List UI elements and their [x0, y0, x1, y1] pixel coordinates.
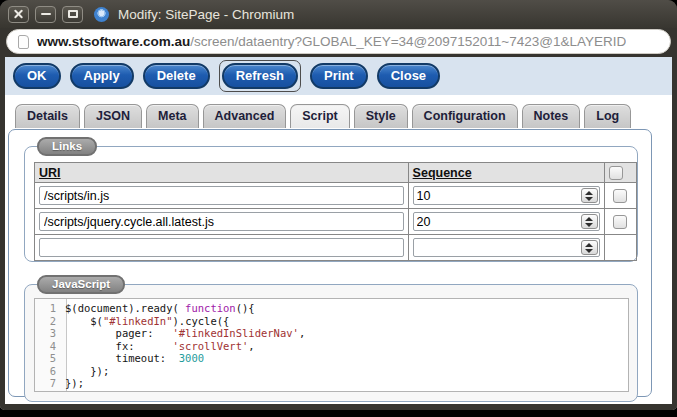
- javascript-section: JavaScript 1$(document).ready( function(…: [24, 284, 638, 402]
- row-checkbox[interactable]: [613, 215, 627, 229]
- uri-input[interactable]: [39, 238, 404, 257]
- url-path: /screen/dataentry?GLOBAL_KEY=34@20971520…: [190, 34, 626, 49]
- tab-notes[interactable]: Notes: [522, 104, 581, 128]
- column-header-uri[interactable]: URI: [39, 166, 61, 180]
- tab-strip: Details JSON Meta Advanced Script Style …: [15, 104, 672, 128]
- sequence-field: [413, 186, 600, 205]
- script-tab-panel: Links URI Sequence: [8, 129, 652, 397]
- tab-script[interactable]: Script: [290, 104, 349, 128]
- tab-configuration[interactable]: Configuration: [412, 104, 518, 128]
- page-body: OK Apply Delete Refresh Print Close Deta…: [0, 57, 677, 410]
- select-all-checkbox[interactable]: [609, 166, 623, 180]
- browser-window: Modify: SitePage - Chromium www.stsoftwa…: [0, 0, 677, 410]
- sequence-field: [413, 212, 600, 231]
- maximize-button[interactable]: [62, 6, 83, 23]
- action-toolbar: OK Apply Delete Refresh Print Close: [5, 57, 672, 95]
- sequence-input[interactable]: [414, 189, 581, 203]
- javascript-code-editor[interactable]: 1$(document).ready( function(){2 $("#lin…: [34, 298, 629, 392]
- spinner-stepper-icon[interactable]: [581, 188, 598, 203]
- address-bar[interactable]: www.stsoftware.com.au/screen/dataentry?G…: [6, 29, 671, 54]
- ok-button[interactable]: OK: [13, 63, 61, 89]
- minimize-button[interactable]: [35, 6, 56, 23]
- sequence-input[interactable]: [414, 215, 581, 229]
- link-row: [35, 235, 637, 261]
- javascript-legend: JavaScript: [37, 275, 125, 294]
- spinner-stepper-icon[interactable]: [581, 214, 598, 229]
- window-title: Modify: SitePage - Chromium: [118, 7, 294, 22]
- tab-json[interactable]: JSON: [84, 104, 142, 128]
- tab-advanced[interactable]: Advanced: [203, 104, 287, 128]
- uri-input[interactable]: [39, 212, 404, 231]
- url-domain: www.stsoftware.com.au: [37, 34, 190, 49]
- page-icon: [18, 35, 29, 49]
- minimize-icon: [41, 13, 51, 15]
- address-row: www.stsoftware.com.au/screen/dataentry?G…: [0, 28, 677, 57]
- close-button[interactable]: [8, 6, 29, 23]
- code-lines: 1$(document).ready( function(){2 $("#lin…: [35, 302, 628, 390]
- print-button[interactable]: Print: [310, 63, 368, 89]
- url-text: www.stsoftware.com.au/screen/dataentry?G…: [37, 34, 626, 49]
- row-checkbox[interactable]: [613, 189, 627, 203]
- maximize-icon: [68, 10, 78, 18]
- column-header-sequence[interactable]: Sequence: [413, 166, 472, 180]
- apply-button[interactable]: Apply: [70, 63, 134, 89]
- tab-details[interactable]: Details: [15, 104, 80, 128]
- titlebar: Modify: SitePage - Chromium: [0, 0, 677, 28]
- links-table: URI Sequence: [34, 162, 637, 261]
- refresh-button[interactable]: Refresh: [222, 63, 298, 89]
- uri-input[interactable]: [39, 186, 404, 205]
- spinner-stepper-icon[interactable]: [581, 240, 598, 255]
- sequence-field: [413, 238, 600, 257]
- sequence-input[interactable]: [414, 241, 581, 255]
- tab-meta[interactable]: Meta: [146, 104, 198, 128]
- links-legend: Links: [37, 137, 97, 156]
- tab-style[interactable]: Style: [354, 104, 408, 128]
- links-header-row: URI Sequence: [35, 163, 637, 183]
- chromium-icon: [94, 7, 109, 22]
- link-row: [35, 183, 637, 209]
- refresh-focus-ring: Refresh: [219, 60, 301, 92]
- links-section: Links URI Sequence: [24, 146, 638, 262]
- delete-button[interactable]: Delete: [143, 63, 210, 89]
- link-row: [35, 209, 637, 235]
- close-page-button[interactable]: Close: [377, 63, 440, 89]
- tab-log[interactable]: Log: [584, 104, 631, 128]
